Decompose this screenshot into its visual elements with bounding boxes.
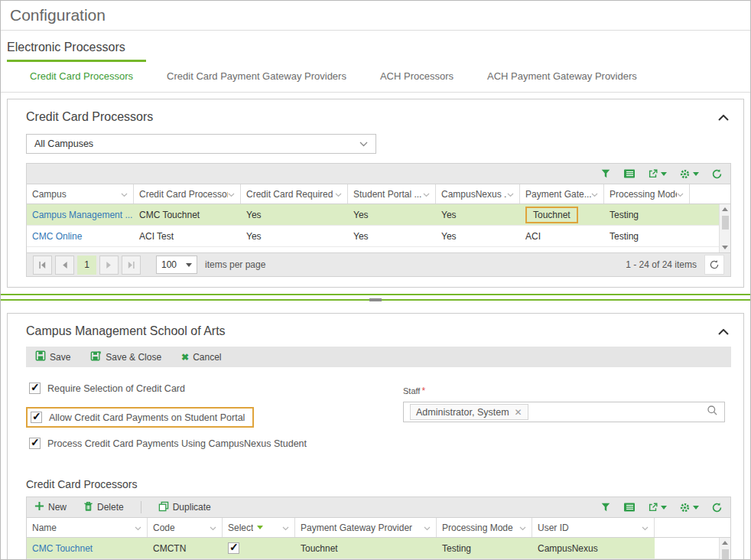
export-icon[interactable]	[648, 502, 667, 513]
select-cell	[223, 538, 295, 558]
delete-button[interactable]: Delete	[83, 501, 124, 514]
process-campusnexus-checkbox-row: Process Credit Card Payments Using Campu…	[29, 438, 385, 449]
checkbox-label: Allow Credit Card Payments on Student Po…	[49, 412, 245, 423]
staff-field[interactable]: Administrator, System ✕	[403, 402, 725, 422]
column-menu-icon[interactable]	[642, 523, 649, 533]
column-menu-icon[interactable]	[228, 189, 235, 200]
column-menu-icon[interactable]	[424, 523, 431, 533]
tab-credit-card-processors[interactable]: Credit Card Processors	[30, 70, 133, 82]
column-menu-icon[interactable]	[282, 523, 289, 533]
column-menu-icon[interactable]	[210, 523, 216, 533]
column-header-user-id[interactable]: User ID	[532, 518, 655, 537]
refresh-button[interactable]	[704, 255, 724, 275]
column-menu-icon[interactable]	[135, 523, 141, 533]
column-header-campusnexus[interactable]: CampusNexus ...	[436, 184, 520, 203]
panel2-title: Campus Management School of Arts	[26, 324, 226, 338]
form-body: Require Selection of Credit Card Allow C…	[26, 383, 731, 462]
column-header-processing-mode[interactable]: Processing Mode	[604, 184, 690, 203]
column-header-processing-mode[interactable]: Processing Mode	[437, 518, 532, 537]
checkbox-label: Require Selection of Credit Card	[47, 383, 185, 394]
column-list-icon[interactable]	[623, 502, 636, 513]
save-icon	[35, 350, 46, 363]
settings-gear-icon[interactable]	[679, 168, 699, 180]
cancel-button[interactable]: ✖ Cancel	[181, 352, 221, 363]
grid1-vertical-scrollbar[interactable]	[719, 204, 730, 252]
column-header-credit-card-processor[interactable]: Credit Card Processor	[134, 184, 241, 203]
campusnexus-cell: Yes	[436, 204, 520, 225]
required-cell: Yes	[241, 226, 348, 246]
process-campusnexus-checkbox[interactable]	[29, 438, 41, 449]
plus-icon	[34, 501, 44, 513]
student-portal-cell: Yes	[348, 204, 436, 225]
highlight-annotation-box: Touchnet	[525, 207, 578, 223]
column-header-campus[interactable]: Campus	[27, 184, 134, 203]
form-toolbar: Save Save & Close ✖ Cancel	[26, 347, 731, 367]
scroll-up-icon[interactable]	[720, 204, 730, 214]
require-selection-checkbox[interactable]	[29, 383, 41, 394]
collapse-panel2-button[interactable]	[716, 325, 731, 337]
chevron-up-icon	[718, 324, 729, 338]
tab-credit-card-payment-gateway-providers[interactable]: Credit Card Payment Gateway Providers	[167, 70, 346, 82]
processor-name-link[interactable]: CMC Touchnet	[32, 543, 93, 554]
scrollbar-thumb[interactable]	[722, 216, 729, 230]
scroll-down-icon[interactable]	[720, 243, 730, 252]
column-header-name[interactable]: Name	[27, 518, 148, 537]
column-menu-icon[interactable]	[519, 523, 526, 533]
column-menu-icon[interactable]	[121, 189, 128, 200]
chevron-down-icon	[186, 263, 192, 267]
student-portal-cell: Yes	[348, 226, 436, 246]
tab-ach-payment-gateway-providers[interactable]: ACH Payment Gateway Providers	[487, 70, 637, 82]
export-icon[interactable]	[648, 168, 667, 179]
grid2-vertical-scrollbar[interactable]	[719, 538, 730, 560]
cancel-x-icon: ✖	[181, 352, 189, 363]
table-row[interactable]: Campus Management ... CMC Touchnet Yes Y…	[27, 204, 730, 226]
column-header-payment-gateway[interactable]: Payment Gate...	[520, 184, 604, 203]
grid1-empty-space	[27, 247, 730, 252]
page-number-button[interactable]: 1	[77, 256, 96, 275]
campus-link[interactable]: CMC Online	[32, 231, 82, 242]
column-menu-icon[interactable]	[591, 189, 598, 200]
column-menu-icon[interactable]	[335, 189, 342, 200]
campus-link[interactable]: Campus Management ...	[32, 210, 132, 220]
column-list-icon[interactable]	[623, 168, 636, 179]
search-icon[interactable]	[707, 405, 718, 419]
first-page-button[interactable]	[33, 256, 52, 275]
collapse-panel1-button[interactable]	[716, 111, 731, 123]
column-menu-icon[interactable]	[677, 189, 684, 200]
refresh-icon[interactable]	[711, 502, 723, 513]
column-header-select[interactable]: Select	[223, 518, 295, 537]
column-header-payment-gateway-provider[interactable]: Payment Gateway Provider	[295, 518, 437, 537]
splitter-handle[interactable]	[369, 298, 382, 301]
campus-filter-select[interactable]: All Campuses	[26, 134, 376, 154]
save-and-close-button[interactable]: Save & Close	[90, 350, 161, 363]
required-asterisk: *	[421, 386, 425, 396]
column-header-credit-card-required[interactable]: Credit Card Required	[241, 184, 348, 203]
previous-page-button[interactable]	[55, 256, 74, 275]
scrollbar-thumb[interactable]	[722, 549, 729, 560]
filter-icon[interactable]	[600, 502, 611, 513]
save-button[interactable]: Save	[35, 350, 70, 363]
settings-gear-icon[interactable]	[679, 502, 699, 513]
page-title: Configuration	[10, 6, 106, 24]
new-button[interactable]: New	[34, 501, 67, 513]
grid1-body: Campus Management ... CMC Touchnet Yes Y…	[27, 204, 730, 252]
column-menu-icon[interactable]	[423, 189, 430, 200]
table-row[interactable]: CMC Touchnet CMCTN Touchnet Testing Camp…	[27, 538, 730, 559]
column-header-student-portal[interactable]: Student Portal ...	[348, 184, 436, 203]
next-page-button[interactable]	[99, 256, 119, 275]
tab-ach-processors[interactable]: ACH Processors	[380, 70, 454, 82]
table-row[interactable]: CMC Online ACI Test Yes Yes Yes ACI Test…	[27, 226, 730, 247]
filter-icon[interactable]	[600, 168, 611, 179]
page-size-value: 100	[161, 259, 177, 270]
page-size-select[interactable]: 100	[156, 256, 197, 274]
row-select-checkbox[interactable]	[228, 542, 239, 554]
column-header-code[interactable]: Code	[148, 518, 223, 537]
refresh-icon[interactable]	[711, 168, 723, 180]
scroll-up-icon[interactable]	[720, 538, 730, 548]
allow-student-portal-checkbox[interactable]	[31, 412, 42, 423]
remove-tag-icon[interactable]: ✕	[515, 407, 522, 418]
duplicate-button[interactable]: Duplicate	[158, 501, 211, 514]
last-page-button[interactable]	[122, 256, 141, 275]
campus-processors-grid: New Delete Duplicate	[26, 497, 731, 560]
column-menu-icon[interactable]	[507, 189, 514, 200]
